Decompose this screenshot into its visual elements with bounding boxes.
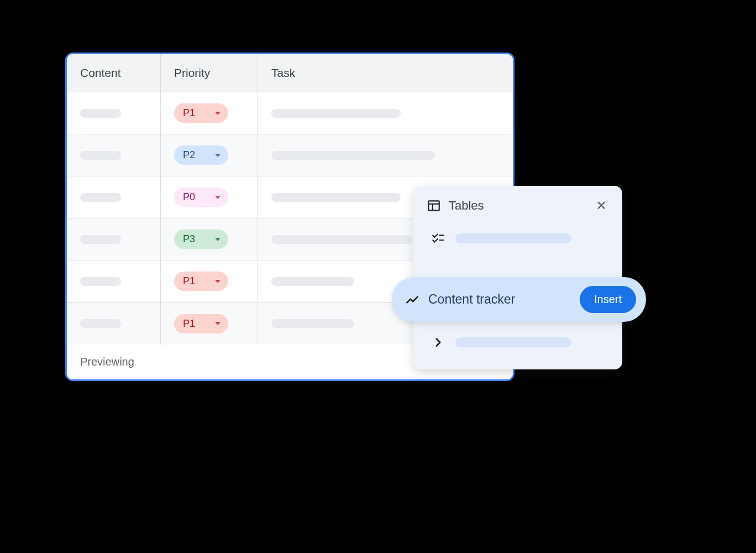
placeholder-skeleton	[271, 151, 435, 160]
cell-priority: P3	[161, 218, 258, 260]
column-header-task[interactable]: Task	[258, 54, 513, 92]
priority-chip[interactable]: P2	[174, 145, 228, 165]
cell-priority: P1	[161, 260, 258, 302]
chevron-down-icon	[215, 154, 221, 157]
priority-label: P1	[183, 318, 195, 330]
chevron-down-icon	[215, 280, 221, 283]
priority-label: P1	[183, 275, 195, 287]
panel-item-content-tracker[interactable]: Content tracker Insert	[392, 277, 646, 322]
table-icon	[427, 199, 441, 213]
panel-item-label: Content tracker	[428, 292, 571, 307]
cell-task	[258, 134, 513, 176]
cell-content	[67, 218, 161, 260]
chevron-down-icon	[215, 196, 221, 199]
cell-task	[258, 92, 513, 134]
cell-content	[67, 302, 161, 345]
priority-label: P3	[183, 233, 195, 245]
panel-title: Tables	[449, 199, 586, 213]
priority-chip[interactable]: P3	[174, 229, 228, 249]
cell-priority: P2	[161, 134, 258, 176]
column-header-content[interactable]: Content	[67, 54, 161, 92]
placeholder-skeleton	[80, 193, 121, 202]
priority-chip[interactable]: P1	[174, 103, 228, 123]
chevron-right-icon	[431, 335, 445, 349]
priority-chip[interactable]: P1	[174, 272, 228, 291]
panel-item[interactable]	[427, 328, 609, 356]
chevron-down-icon	[215, 112, 221, 115]
table-row: P2	[67, 134, 513, 176]
table-row: P1	[67, 92, 513, 134]
placeholder-skeleton	[80, 109, 121, 118]
chevron-down-icon	[215, 238, 221, 241]
trend-icon	[405, 293, 419, 307]
cell-priority: P1	[161, 302, 258, 345]
svg-rect-0	[428, 201, 439, 210]
placeholder-skeleton	[271, 277, 354, 286]
insert-button[interactable]: Insert	[580, 286, 636, 313]
priority-label: P0	[183, 191, 195, 203]
placeholder-skeleton	[80, 319, 121, 328]
placeholder-skeleton	[455, 337, 571, 347]
cell-content	[67, 134, 161, 176]
placeholder-skeleton	[271, 235, 412, 244]
placeholder-skeleton	[271, 193, 401, 202]
cell-content	[67, 92, 161, 134]
placeholder-skeleton	[80, 235, 121, 244]
cell-content	[67, 176, 161, 218]
checklist-icon	[431, 231, 445, 246]
placeholder-skeleton	[271, 109, 401, 118]
placeholder-skeleton	[80, 151, 121, 160]
chevron-down-icon	[215, 322, 221, 325]
table-header-row: Content Priority Task	[67, 54, 513, 92]
column-header-priority[interactable]: Priority	[161, 54, 258, 92]
placeholder-skeleton	[455, 233, 571, 243]
priority-label: P1	[183, 107, 195, 119]
panel-header: Tables ✕	[427, 197, 609, 215]
priority-chip[interactable]: P1	[174, 314, 228, 333]
close-icon[interactable]: ✕	[594, 197, 609, 215]
cell-priority: P0	[161, 176, 258, 218]
cell-priority: P1	[161, 92, 258, 134]
placeholder-skeleton	[271, 319, 354, 328]
priority-chip[interactable]: P0	[174, 187, 228, 207]
placeholder-skeleton	[80, 277, 121, 286]
priority-label: P2	[183, 149, 195, 161]
panel-item[interactable]	[427, 225, 609, 252]
cell-content	[67, 260, 161, 302]
